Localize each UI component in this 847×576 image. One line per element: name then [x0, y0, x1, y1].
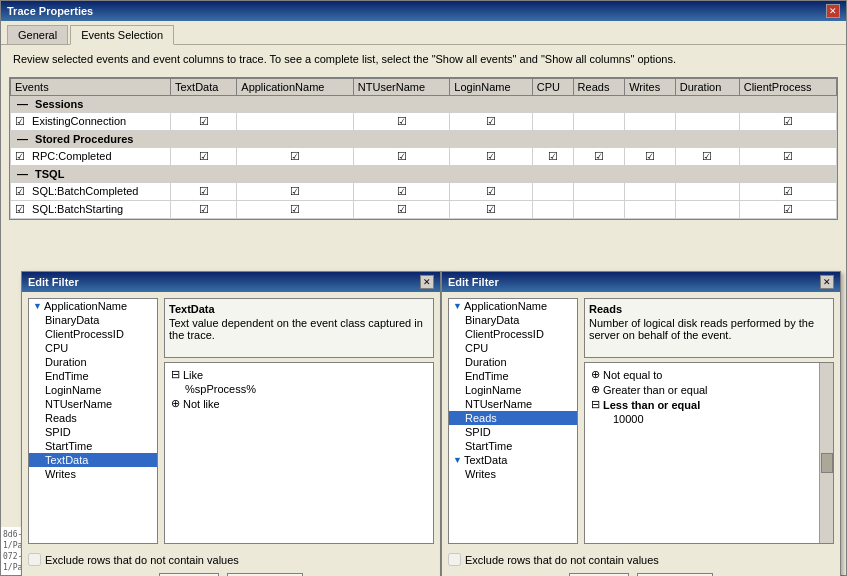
cell-writes[interactable] — [625, 201, 676, 219]
cell-writes[interactable]: ☑ — [625, 148, 676, 166]
cell-clientprocess[interactable]: ☑ — [739, 201, 836, 219]
cell-duration[interactable] — [675, 201, 739, 219]
tab-general[interactable]: General — [7, 25, 68, 44]
cell-textdata[interactable]: ☑ — [171, 201, 237, 219]
cell-cpu[interactable] — [532, 183, 573, 201]
right-dialog-buttons: OK Cancel — [442, 569, 840, 576]
cell-appname[interactable]: ☑ — [237, 201, 354, 219]
right-list-item-writes[interactable]: Writes — [449, 467, 577, 481]
cell-clientprocess[interactable]: ☑ — [739, 183, 836, 201]
list-item-duration[interactable]: Duration — [29, 355, 157, 369]
left-filter-list[interactable]: ▼ ApplicationName BinaryData ClientProce… — [28, 298, 158, 544]
right-list-item-loginname[interactable]: LoginName — [449, 383, 577, 397]
right-filter-list[interactable]: ▼ ApplicationName BinaryData ClientProce… — [448, 298, 578, 544]
list-item-starttime[interactable]: StartTime — [29, 439, 157, 453]
cell-duration[interactable]: ☑ — [675, 148, 739, 166]
cell-duration[interactable] — [675, 183, 739, 201]
right-list-item-applicationname[interactable]: ▼ ApplicationName — [449, 299, 577, 313]
condition-gte-header[interactable]: ⊕ Greater than or equal — [589, 382, 829, 397]
right-list-item-endtime[interactable]: EndTime — [449, 369, 577, 383]
right-list-item-textdata[interactable]: ▼ TextData — [449, 453, 577, 467]
cell-textdata[interactable]: ☑ — [171, 113, 237, 131]
cell-clientprocess[interactable]: ☑ — [739, 148, 836, 166]
collapse-sessions-icon[interactable]: — — [17, 98, 28, 110]
list-item-spid[interactable]: SPID — [29, 425, 157, 439]
tabs-bar: General Events Selection — [1, 21, 846, 45]
list-item-writes[interactable]: Writes — [29, 467, 157, 481]
condition-like-header[interactable]: ⊟ Like — [169, 367, 429, 382]
right-list-item-clientprocessid[interactable]: ClientProcessID — [449, 327, 577, 341]
cell-writes[interactable] — [625, 113, 676, 131]
right-dialog-close-button[interactable]: ✕ — [820, 275, 834, 289]
right-list-item-ntusername[interactable]: NTUserName — [449, 397, 577, 411]
list-item-clientprocessid[interactable]: ClientProcessID — [29, 327, 157, 341]
condition-notlike-header[interactable]: ⊕ Not like — [169, 396, 429, 411]
cell-reads[interactable] — [573, 113, 625, 131]
condition-like-value[interactable]: %spProcess% — [169, 382, 429, 396]
checkbox-batch-completed[interactable]: ☑ — [15, 185, 25, 197]
cell-cpu[interactable]: ☑ — [532, 148, 573, 166]
scrollbar-thumb[interactable] — [821, 453, 833, 473]
table-row: ☑ ExistingConnection ☑ ☑ ☑ ☑ — [11, 113, 837, 131]
cell-reads[interactable] — [573, 183, 625, 201]
cell-ntuser[interactable]: ☑ — [353, 113, 449, 131]
checkbox-existing[interactable]: ☑ — [15, 115, 25, 127]
cell-appname[interactable]: ☑ — [237, 183, 354, 201]
condition-lte-value[interactable]: 10000 — [589, 412, 829, 426]
tab-events-selection[interactable]: Events Selection — [70, 25, 174, 45]
right-list-item-duration[interactable]: Duration — [449, 355, 577, 369]
right-list-item-cpu[interactable]: CPU — [449, 341, 577, 355]
cell-ntuser[interactable]: ☑ — [353, 183, 449, 201]
cell-clientprocess[interactable]: ☑ — [739, 113, 836, 131]
collapse-sp-icon[interactable]: — — [17, 133, 28, 145]
list-item-reads[interactable]: Reads — [29, 411, 157, 425]
cell-writes[interactable] — [625, 183, 676, 201]
collapse-tsql-icon[interactable]: — — [17, 168, 28, 180]
cell-cpu[interactable] — [532, 201, 573, 219]
list-item-applicationname[interactable]: ▼ ApplicationName — [29, 299, 157, 313]
cell-textdata[interactable]: ☑ — [171, 183, 237, 201]
right-list-item-starttime[interactable]: StartTime — [449, 439, 577, 453]
expand-gte-icon: ⊕ — [591, 383, 600, 396]
condition-lte-header[interactable]: ⊟ Less than or equal — [589, 397, 829, 412]
cell-login[interactable]: ☑ — [450, 113, 533, 131]
cell-cpu[interactable] — [532, 113, 573, 131]
cell-duration[interactable] — [675, 113, 739, 131]
cell-appname[interactable]: ☑ — [237, 148, 354, 166]
list-item-cpu[interactable]: CPU — [29, 341, 157, 355]
checkbox-batch-starting[interactable]: ☑ — [15, 203, 25, 215]
right-exclude-checkbox[interactable] — [448, 553, 461, 566]
table-row: ☑ SQL:BatchStarting ☑ ☑ ☑ ☑ ☑ — [11, 201, 837, 219]
cell-login[interactable]: ☑ — [450, 201, 533, 219]
window-close-button[interactable]: ✕ — [826, 4, 840, 18]
cell-ntuser[interactable]: ☑ — [353, 148, 449, 166]
right-list-item-spid[interactable]: SPID — [449, 425, 577, 439]
checkbox-rpc[interactable]: ☑ — [15, 150, 25, 162]
right-list-item-reads[interactable]: Reads — [449, 411, 577, 425]
expand-notlike-icon: ⊕ — [171, 397, 180, 410]
scrollbar-v[interactable] — [819, 363, 833, 543]
section-tsql: — TSQL — [11, 166, 837, 183]
left-dialog-close-button[interactable]: ✕ — [420, 275, 434, 289]
events-table-container: Events TextData ApplicationName NTUserNa… — [9, 77, 838, 220]
cell-reads[interactable]: ☑ — [573, 148, 625, 166]
list-item-textdata[interactable]: TextData — [29, 453, 157, 467]
cell-textdata[interactable]: ☑ — [171, 148, 237, 166]
left-right-panel: TextData Text value dependent on the eve… — [164, 298, 434, 544]
list-item-binarydata[interactable]: BinaryData — [29, 313, 157, 327]
cell-reads[interactable] — [573, 201, 625, 219]
cell-appname[interactable] — [237, 113, 354, 131]
right-right-panel: Reads Number of logical disk reads perfo… — [584, 298, 834, 544]
cell-login[interactable]: ☑ — [450, 183, 533, 201]
title-bar: Trace Properties ✕ — [1, 1, 846, 21]
cell-login[interactable]: ☑ — [450, 148, 533, 166]
list-item-ntusername[interactable]: NTUserName — [29, 397, 157, 411]
list-item-loginname[interactable]: LoginName — [29, 383, 157, 397]
left-exclude-checkbox[interactable] — [28, 553, 41, 566]
cell-ntuser[interactable]: ☑ — [353, 201, 449, 219]
list-item-endtime[interactable]: EndTime — [29, 369, 157, 383]
right-list-item-binarydata[interactable]: BinaryData — [449, 313, 577, 327]
condition-notlike-label: Not like — [183, 398, 220, 410]
expand-like-icon: ⊟ — [171, 368, 180, 381]
condition-not-equal-header[interactable]: ⊕ Not equal to — [589, 367, 829, 382]
